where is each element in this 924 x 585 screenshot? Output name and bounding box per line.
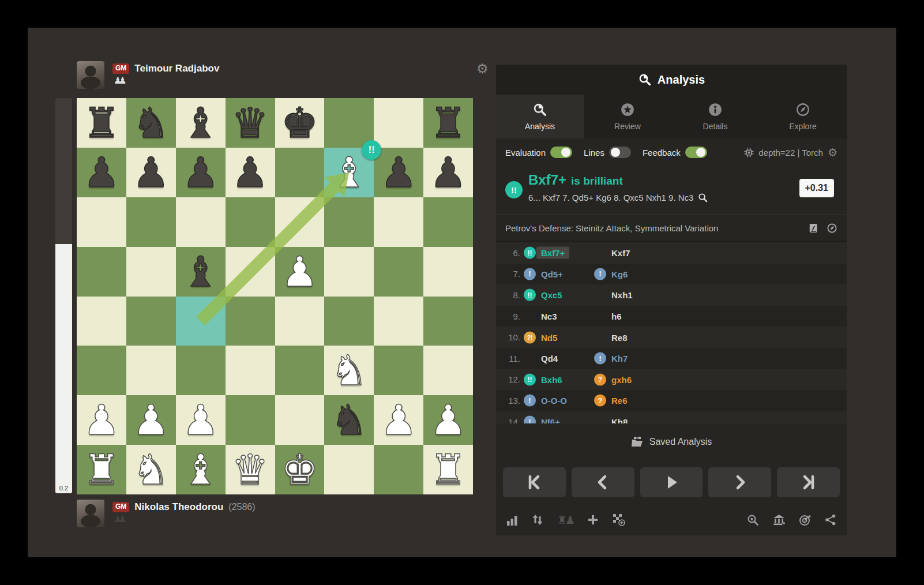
chess-piece-wp[interactable]: ♟ bbox=[126, 395, 176, 445]
explorer-compass-icon[interactable] bbox=[827, 223, 837, 234]
engine-info[interactable]: depth=22 | Torch ⚙ bbox=[744, 146, 837, 159]
board-square[interactable] bbox=[275, 297, 325, 346]
pieces-setup-icon[interactable]: ♜♟ bbox=[557, 513, 573, 526]
move-text[interactable]: Nxh1 bbox=[611, 290, 633, 300]
board-square[interactable] bbox=[423, 197, 473, 247]
board-square[interactable] bbox=[176, 346, 226, 395]
board-square[interactable] bbox=[77, 197, 126, 247]
board-square[interactable] bbox=[275, 346, 325, 395]
chess-board[interactable]: ♜♞♝♛♚♜♟♟♟♟♝♟♟♝♟♞♟♟♟♞♟♟♜♞♝♛♚♜!! bbox=[77, 98, 473, 494]
chess-piece-wp[interactable]: ♟ bbox=[77, 395, 126, 445]
chess-piece-bn[interactable]: ♞ bbox=[324, 395, 374, 445]
board-square[interactable] bbox=[176, 197, 226, 247]
chess-piece-wr[interactable]: ♜ bbox=[77, 445, 126, 494]
board-square[interactable] bbox=[226, 297, 275, 346]
board-settings-gear-icon[interactable]: ⚙ bbox=[476, 61, 489, 76]
share-icon[interactable] bbox=[825, 514, 836, 526]
board-square[interactable] bbox=[324, 297, 374, 346]
previous-move-button[interactable] bbox=[572, 467, 634, 497]
engine-settings-gear-icon[interactable]: ⚙ bbox=[828, 146, 837, 159]
zoom-review-icon[interactable] bbox=[747, 514, 759, 526]
play-button[interactable] bbox=[640, 467, 703, 497]
tab-explore[interactable]: Explore bbox=[759, 95, 847, 138]
board-square[interactable] bbox=[374, 98, 423, 148]
board-square[interactable] bbox=[423, 247, 473, 297]
board-square[interactable] bbox=[374, 297, 423, 346]
move-text[interactable]: Qd4 bbox=[541, 354, 558, 363]
board-square[interactable] bbox=[226, 247, 275, 297]
move-text[interactable]: Nf6+ bbox=[541, 417, 560, 423]
saved-analysis[interactable]: Saved Analysis bbox=[496, 423, 847, 460]
board-square[interactable] bbox=[275, 148, 325, 197]
go-to-start-button[interactable] bbox=[503, 467, 566, 497]
board-square[interactable] bbox=[374, 346, 423, 395]
chess-piece-wp[interactable]: ♟ bbox=[275, 247, 325, 297]
opening-book-icon[interactable] bbox=[808, 223, 819, 234]
library-icon[interactable] bbox=[773, 514, 785, 526]
chess-piece-bq[interactable]: ♛ bbox=[226, 98, 275, 148]
chess-piece-bp[interactable]: ♟ bbox=[374, 148, 423, 197]
chess-piece-br[interactable]: ♜ bbox=[77, 98, 126, 148]
board-square[interactable] bbox=[126, 297, 176, 346]
move-text[interactable]: O-O-O bbox=[541, 396, 567, 406]
player-top-avatar[interactable] bbox=[77, 61, 104, 89]
chess-piece-bk[interactable]: ♚ bbox=[275, 98, 325, 148]
chess-piece-bb[interactable]: ♝ bbox=[176, 247, 226, 297]
move-text[interactable]: Kh7 bbox=[611, 354, 628, 363]
move-text[interactable]: Nd5 bbox=[541, 332, 557, 342]
move-text[interactable]: Kg6 bbox=[611, 269, 628, 279]
board-square[interactable] bbox=[374, 197, 423, 247]
chess-piece-bb[interactable]: ♝ bbox=[176, 98, 226, 148]
move-text[interactable]: Bxh6 bbox=[541, 374, 562, 384]
lines-toggle[interactable] bbox=[609, 147, 631, 158]
chess-piece-bp[interactable]: ♟ bbox=[423, 148, 473, 197]
move-text[interactable]: Qd5+ bbox=[541, 269, 563, 279]
board-square[interactable] bbox=[77, 297, 126, 346]
chess-piece-wk[interactable]: ♚ bbox=[275, 445, 325, 494]
move-text[interactable]: Re6 bbox=[611, 396, 628, 406]
chess-piece-wn[interactable]: ♞ bbox=[126, 445, 176, 494]
board-square[interactable] bbox=[324, 445, 374, 494]
chess-piece-wb[interactable]: ♝ bbox=[176, 445, 226, 494]
player-name[interactable]: Teimour Radjabov bbox=[134, 63, 219, 74]
board-square[interactable] bbox=[374, 445, 423, 494]
practice-target-icon[interactable] bbox=[799, 514, 811, 526]
board-square[interactable] bbox=[324, 247, 374, 297]
tab-details[interactable]: Details bbox=[671, 95, 759, 138]
evaluation-toggle[interactable] bbox=[550, 147, 572, 158]
chess-piece-bp[interactable]: ♟ bbox=[126, 148, 176, 197]
chess-piece-wp[interactable]: ♟ bbox=[423, 395, 473, 445]
tab-analysis[interactable]: Analysis bbox=[496, 95, 584, 138]
move-text[interactable]: Kxf7 bbox=[611, 248, 630, 258]
add-icon[interactable] bbox=[587, 514, 599, 526]
board-square[interactable] bbox=[423, 297, 473, 346]
board-square[interactable] bbox=[275, 395, 325, 445]
board-square[interactable] bbox=[226, 197, 275, 247]
chess-piece-wp[interactable]: ♟ bbox=[374, 395, 423, 445]
move-text[interactable]: Kh8 bbox=[611, 417, 628, 423]
new-board-icon[interactable] bbox=[613, 513, 625, 526]
go-to-end-button[interactable] bbox=[777, 467, 840, 497]
chess-piece-bn[interactable]: ♞ bbox=[126, 98, 176, 148]
player-name[interactable]: Nikolas Theodorou bbox=[134, 501, 223, 513]
magnifier-icon[interactable] bbox=[698, 193, 708, 202]
chess-piece-wp[interactable]: ♟ bbox=[176, 395, 226, 445]
board-square[interactable] bbox=[126, 346, 176, 395]
board-square[interactable] bbox=[226, 395, 275, 445]
flip-board-icon[interactable] bbox=[532, 514, 543, 526]
chess-piece-br[interactable]: ♜ bbox=[423, 98, 473, 148]
tab-review[interactable]: Review bbox=[584, 95, 671, 138]
chess-piece-wr[interactable]: ♜ bbox=[423, 445, 473, 494]
move-text[interactable]: h6 bbox=[611, 312, 622, 321]
eval-chart-icon[interactable] bbox=[506, 514, 518, 526]
feedback-line[interactable]: 6... Kxf7 7. Qd5+ Kg6 8. Qxc5 Nxh1 9. Nc… bbox=[528, 193, 693, 202]
board-square[interactable] bbox=[423, 346, 473, 395]
chess-piece-wq[interactable]: ♛ bbox=[226, 445, 275, 494]
board-square[interactable] bbox=[77, 346, 126, 395]
feedback-toggle[interactable] bbox=[685, 147, 707, 158]
move-text[interactable]: Nc3 bbox=[541, 312, 557, 321]
move-text[interactable]: Bxf7+ bbox=[536, 247, 569, 259]
move-text[interactable]: Qxc5 bbox=[541, 290, 562, 300]
chess-piece-bp[interactable]: ♟ bbox=[226, 148, 275, 197]
chess-piece-bp[interactable]: ♟ bbox=[77, 148, 126, 197]
